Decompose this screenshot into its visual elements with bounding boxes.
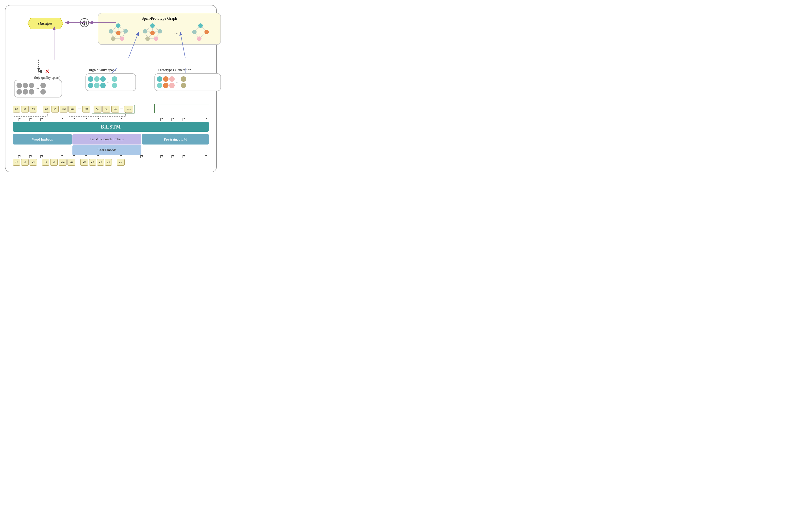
h-tokens-container: h1 h2 h3 ··· h8 h9 h10 h11 ··· hN he1 he… [13,103,209,117]
bottom-token-row: x1 x2 x3 ··· x8 x9 x10 x11 ··· xN e1 e2 … [13,159,209,166]
token-x2: x2 [21,159,29,166]
svg-point-37 [158,29,162,34]
char-embed-box: Char Embeds [72,145,141,155]
main-container: Span-Prototype Graph [5,5,217,172]
lm-embed-box: Pre-trained LM [142,134,209,145]
prototypes-span-card: ··· [154,73,221,91]
token-h8: h8 [43,106,50,113]
dot-col-4 [40,83,46,95]
svg-point-18 [109,29,113,34]
token-e1: e1 [89,159,96,166]
h-ellipsis-1: ··· [38,107,42,111]
svg-point-36 [150,31,155,35]
token-he1: he1 [94,106,102,113]
classifier-shape: classifier [28,18,63,30]
token-e3: e3 [105,159,112,166]
token-he3: he3 [111,106,119,113]
svg-point-39 [154,36,159,41]
oplus-symbol: ⊕ [80,18,89,27]
h-tokens: h1 h2 h3 ··· h8 h9 h10 h11 ··· hN he1 he… [13,104,135,113]
proto-ellipsis: ··· [176,79,180,85]
word-embed-spacer [13,145,72,155]
embed-row-top: Word Embeds Part-Of-Speech Embeds Pre-tr… [13,134,209,145]
dot-col-proto-3 [169,76,175,88]
svg-text:classifier: classifier [38,21,53,25]
dot-col-teal-4 [112,76,117,88]
embed-row-bottom: Char Embeds [13,145,209,155]
bilstm-label: BiLSTM [101,124,121,130]
token-hN: hN [82,106,90,113]
dot-col-teal-3 [100,76,106,88]
dot-col-teal-1 [88,76,93,88]
svg-point-34 [150,23,155,28]
token-em: em [117,159,125,166]
dot-col-1 [17,83,22,95]
prototypes-label: Prototypes Generation [158,68,191,72]
dot-col-3 [29,83,34,95]
token-h2: h2 [21,106,29,113]
token-x11: x11 [68,159,75,166]
x-arrows-svg [13,155,209,158]
graph-cluster-2 [140,23,165,42]
dot-col-2 [23,83,28,95]
dot-col-proto-1 [157,76,162,88]
high-span-ellipsis: ··· [106,79,111,85]
he-ellipsis: ··· [120,107,123,111]
token-x1: x1 [13,159,20,166]
svg-point-19 [116,31,121,35]
svg-line-54 [111,68,153,73]
svg-point-17 [116,23,121,28]
token-x10: x10 [59,159,67,166]
token-h3: h3 [30,106,37,113]
high-quality-label: high quality spans [89,68,116,72]
bilstm-bar: BiLSTM [13,122,209,132]
dot-col-teal-2 [94,76,99,88]
token-x9: x9 [50,159,58,166]
token-x3: x3 [30,159,37,166]
x-ellipsis-1: ··· [38,160,41,165]
red-x-icon: ✕ [28,68,67,75]
token-h9: h9 [51,106,59,113]
graph-cluster-1 [106,23,131,42]
token-xN: xN [80,159,88,166]
token-e2: e2 [97,159,104,166]
low-quality-span-card: ··· [14,80,62,97]
low-quality-text: (low quality spans) [34,76,60,79]
h-ellipsis-2: ··· [77,107,81,111]
classifier-svg: classifier [28,18,63,29]
token-h11: h11 [69,106,76,113]
svg-point-38 [145,36,150,41]
graph-cluster-3 [188,23,213,42]
lm-embed-spacer2 [142,145,209,155]
token-h1: h1 [13,106,20,113]
token-hem: hem [124,106,133,113]
second-row-container: ✕ (low quality spans) ··· high quality s… [13,68,209,103]
svg-point-20 [123,29,128,34]
word-embed-box: Word Embeds [13,134,72,145]
embed-section: Word Embeds Part-Of-Speech Embeds Pre-tr… [13,134,209,155]
token-he2: he2 [103,106,110,113]
token-x8: x8 [42,159,49,166]
dot-col-proto-2 [163,76,168,88]
svg-point-48 [197,36,201,41]
diagram: Span-Prototype Graph [13,13,209,166]
high-quality-span-card: ··· [86,73,136,91]
e-ellipsis: ··· [113,160,116,165]
svg-point-47 [204,30,209,34]
span-prototype-graph-box: Span-Prototype Graph [98,13,221,45]
svg-point-21 [111,36,115,41]
span-prototype-title: Span-Prototype Graph [102,16,217,21]
graph-ellipsis: ··· [174,28,179,37]
x-ellipsis-2: ··· [76,160,79,165]
bilstm-to-htokens-arrows [13,118,209,121]
low-span-ellipsis: ··· [35,86,40,92]
up-arrow-svg [13,118,209,121]
svg-point-45 [198,23,203,28]
entity-token-group: he1 he2 he3 ··· hem [92,104,135,113]
x-to-embed-arrows [13,155,209,158]
svg-rect-74 [154,104,209,113]
dot-col-proto-4 [181,76,186,88]
top-section: Span-Prototype Graph [13,13,209,67]
low-quality-label: ✕ (low quality spans) [28,68,67,80]
pos-embed-box: Part-Of-Speech Embeds [72,134,141,145]
